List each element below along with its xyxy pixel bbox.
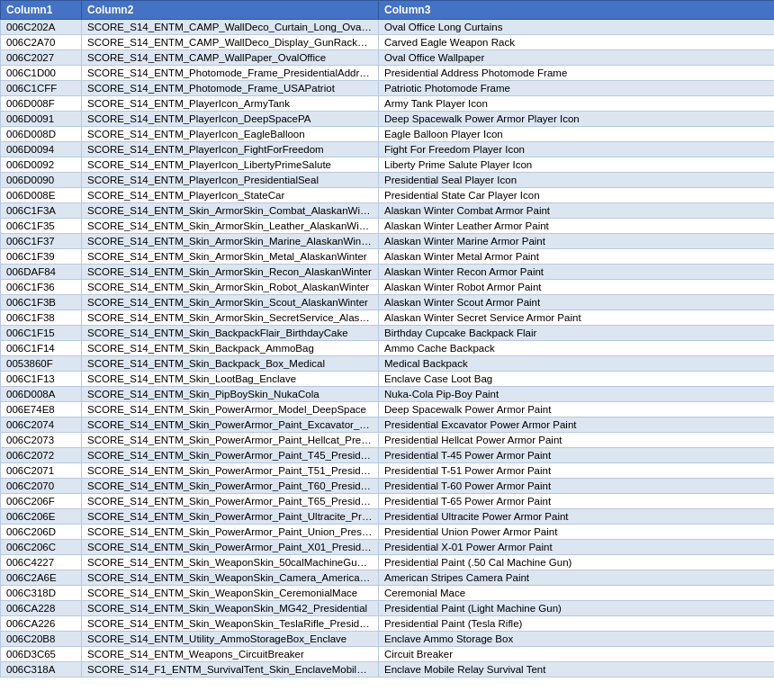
- table-row[interactable]: 006C202ASCORE_S14_ENTM_CAMP_WallDeco_Cur…: [1, 20, 775, 35]
- table-cell-25-0: 006E74E8: [1, 402, 82, 417]
- table-cell-17-2: Alaskan Winter Robot Armor Paint: [379, 280, 775, 295]
- table-row[interactable]: 006C206CSCORE_S14_ENTM_Skin_PowerArmor_P…: [1, 540, 775, 555]
- table-row[interactable]: 006C20B8SCORE_S14_ENTM_Utility_AmmoStora…: [1, 632, 775, 647]
- table-cell-24-0: 006D008A: [1, 387, 82, 402]
- table-cell-38-1: SCORE_S14_ENTM_Skin_WeaponSkin_MG42_Pres…: [82, 601, 379, 616]
- table-cell-8-0: 006D0094: [1, 142, 82, 157]
- table-row[interactable]: 006C2071SCORE_S14_ENTM_Skin_PowerArmor_P…: [1, 463, 775, 479]
- table-row[interactable]: 006C1F3BSCORE_S14_ENTM_Skin_ArmorSkin_Sc…: [1, 295, 775, 310]
- table-row[interactable]: 006C1F38SCORE_S14_ENTM_Skin_ArmorSkin_Se…: [1, 310, 775, 326]
- table-row[interactable]: 006D0090SCORE_S14_ENTM_PlayerIcon_Presid…: [1, 173, 775, 188]
- table-cell-11-1: SCORE_S14_ENTM_PlayerIcon_StateCar: [82, 188, 379, 203]
- table-row[interactable]: 006C318DSCORE_S14_ENTM_Skin_WeaponSkin_C…: [1, 586, 775, 601]
- table-cell-30-1: SCORE_S14_ENTM_Skin_PowerArmor_Paint_T60…: [82, 479, 379, 494]
- table-row[interactable]: 006C1F36SCORE_S14_ENTM_Skin_ArmorSkin_Ro…: [1, 280, 775, 295]
- table-cell-19-0: 006C1F38: [1, 310, 82, 326]
- table-row[interactable]: 006C2070SCORE_S14_ENTM_Skin_PowerArmor_P…: [1, 479, 775, 494]
- table-cell-34-2: Presidential X-01 Power Armor Paint: [379, 540, 775, 555]
- table-row[interactable]: 006C1F14SCORE_S14_ENTM_Skin_Backpack_Amm…: [1, 341, 775, 356]
- table-cell-22-1: SCORE_S14_ENTM_Skin_Backpack_Box_Medical: [82, 356, 379, 372]
- table-cell-31-2: Presidential T-65 Power Armor Paint: [379, 494, 775, 509]
- table-cell-41-2: Circuit Breaker: [379, 647, 775, 662]
- table-cell-34-1: SCORE_S14_ENTM_Skin_PowerArmor_Paint_X01…: [82, 540, 379, 555]
- table-row[interactable]: 006C2A70SCORE_S14_ENTM_CAMP_WallDeco_Dis…: [1, 35, 775, 50]
- table-row[interactable]: 006C206DSCORE_S14_ENTM_Skin_PowerArmor_P…: [1, 525, 775, 540]
- table-cell-41-0: 006D3C65: [1, 647, 82, 662]
- table-row[interactable]: 006C1F37SCORE_S14_ENTM_Skin_ArmorSkin_Ma…: [1, 234, 775, 249]
- table-cell-6-1: SCORE_S14_ENTM_PlayerIcon_DeepSpacePA: [82, 112, 379, 127]
- table-body: 006C202ASCORE_S14_ENTM_CAMP_WallDeco_Cur…: [1, 20, 775, 678]
- table-cell-30-0: 006C2070: [1, 479, 82, 494]
- table-cell-13-0: 006C1F35: [1, 219, 82, 234]
- table-cell-26-1: SCORE_S14_ENTM_Skin_PowerArmor_Paint_Exc…: [82, 417, 379, 433]
- table-cell-21-2: Ammo Cache Backpack: [379, 341, 775, 356]
- data-table: Column1 Column2 Column3 006C202ASCORE_S1…: [0, 0, 774, 678]
- table-row[interactable]: 006C206ESCORE_S14_ENTM_Skin_PowerArmor_P…: [1, 509, 775, 525]
- table-cell-0-2: Oval Office Long Curtains: [379, 20, 775, 35]
- table-row[interactable]: 006DAF84SCORE_S14_ENTM_Skin_ArmorSkin_Re…: [1, 265, 775, 280]
- table-row[interactable]: 006C2074SCORE_S14_ENTM_Skin_PowerArmor_P…: [1, 417, 775, 433]
- table-cell-11-2: Presidential State Car Player Icon: [379, 188, 775, 203]
- table-row[interactable]: 006C1F15SCORE_S14_ENTM_Skin_BackpackFlai…: [1, 326, 775, 341]
- table-cell-0-0: 006C202A: [1, 20, 82, 35]
- table-row[interactable]: 006C1CFFSCORE_S14_ENTM_Photomode_Frame_U…: [1, 81, 775, 96]
- table-cell-1-0: 006C2A70: [1, 35, 82, 50]
- table-cell-36-2: American Stripes Camera Paint: [379, 570, 775, 586]
- table-row[interactable]: 006C206FSCORE_S14_ENTM_Skin_PowerArmor_P…: [1, 494, 775, 509]
- table-row[interactable]: 006E74E8SCORE_S14_ENTM_Skin_PowerArmor_M…: [1, 402, 775, 417]
- table-row[interactable]: 006C2A6ESCORE_S14_ENTM_Skin_WeaponSkin_C…: [1, 570, 775, 586]
- table-row[interactable]: 006C4227SCORE_S14_ENTM_Skin_WeaponSkin_5…: [1, 555, 775, 570]
- table-cell-32-2: Presidential Ultracite Power Armor Paint: [379, 509, 775, 525]
- table-cell-20-2: Birthday Cupcake Backpack Flair: [379, 326, 775, 341]
- table-cell-39-1: SCORE_S14_ENTM_Skin_WeaponSkin_TeslaRifl…: [82, 616, 379, 632]
- table-row[interactable]: 006C1F13SCORE_S14_ENTM_Skin_LootBag_Encl…: [1, 372, 775, 387]
- table-cell-20-1: SCORE_S14_ENTM_Skin_BackpackFlair_Birthd…: [82, 326, 379, 341]
- table-cell-28-1: SCORE_S14_ENTM_Skin_PowerArmor_Paint_T45…: [82, 448, 379, 463]
- table-row[interactable]: 006D008ESCORE_S14_ENTM_PlayerIcon_StateC…: [1, 188, 775, 203]
- table-row[interactable]: 006D0091SCORE_S14_ENTM_PlayerIcon_DeepSp…: [1, 112, 775, 127]
- table-cell-13-2: Alaskan Winter Leather Armor Paint: [379, 219, 775, 234]
- table-row[interactable]: 006C2073SCORE_S14_ENTM_Skin_PowerArmor_P…: [1, 433, 775, 448]
- table-cell-27-0: 006C2073: [1, 433, 82, 448]
- table-cell-21-0: 006C1F14: [1, 341, 82, 356]
- table-row[interactable]: 006C2072SCORE_S14_ENTM_Skin_PowerArmor_P…: [1, 448, 775, 463]
- table-cell-19-2: Alaskan Winter Secret Service Armor Pain…: [379, 310, 775, 326]
- table-cell-1-2: Carved Eagle Weapon Rack: [379, 35, 775, 50]
- table-cell-3-1: SCORE_S14_ENTM_Photomode_Frame_President…: [82, 66, 379, 81]
- table-row[interactable]: 006CA228SCORE_S14_ENTM_Skin_WeaponSkin_M…: [1, 601, 775, 616]
- table-cell-37-2: Ceremonial Mace: [379, 586, 775, 601]
- table-row[interactable]: 006C1F3ASCORE_S14_ENTM_Skin_ArmorSkin_Co…: [1, 203, 775, 219]
- main-table-container: Column1 Column2 Column3 006C202ASCORE_S1…: [0, 0, 774, 678]
- table-cell-2-0: 006C2027: [1, 50, 82, 66]
- table-cell-7-1: SCORE_S14_ENTM_PlayerIcon_EagleBalloon: [82, 127, 379, 142]
- table-cell-16-0: 006DAF84: [1, 265, 82, 280]
- table-cell-29-1: SCORE_S14_ENTM_Skin_PowerArmor_Paint_T51…: [82, 463, 379, 479]
- table-row[interactable]: 006D008ASCORE_S14_ENTM_Skin_PipBoySkin_N…: [1, 387, 775, 402]
- table-cell-32-1: SCORE_S14_ENTM_Skin_PowerArmor_Paint_Ult…: [82, 509, 379, 525]
- table-cell-3-2: Presidential Address Photomode Frame: [379, 66, 775, 81]
- table-row[interactable]: 006C318ASCORE_S14_F1_ENTM_SurvivalTent_S…: [1, 662, 775, 678]
- table-row[interactable]: 0053860FSCORE_S14_ENTM_Skin_Backpack_Box…: [1, 356, 775, 372]
- table-cell-16-1: SCORE_S14_ENTM_Skin_ArmorSkin_Recon_Alas…: [82, 265, 379, 280]
- table-row[interactable]: 006D0092SCORE_S14_ENTM_PlayerIcon_Libert…: [1, 157, 775, 173]
- table-row[interactable]: 006C1F35SCORE_S14_ENTM_Skin_ArmorSkin_Le…: [1, 219, 775, 234]
- table-cell-19-1: SCORE_S14_ENTM_Skin_ArmorSkin_SecretServ…: [82, 310, 379, 326]
- table-cell-7-0: 006D008D: [1, 127, 82, 142]
- table-row[interactable]: 006C1D00SCORE_S14_ENTM_Photomode_Frame_P…: [1, 66, 775, 81]
- col-header-1: Column1: [1, 1, 82, 20]
- table-cell-15-2: Alaskan Winter Metal Armor Paint: [379, 249, 775, 265]
- table-cell-7-2: Eagle Balloon Player Icon: [379, 127, 775, 142]
- table-cell-17-1: SCORE_S14_ENTM_Skin_ArmorSkin_Robot_Alas…: [82, 280, 379, 295]
- table-cell-40-2: Enclave Ammo Storage Box: [379, 632, 775, 647]
- table-cell-4-1: SCORE_S14_ENTM_Photomode_Frame_USAPatrio…: [82, 81, 379, 96]
- table-row[interactable]: 006D0094SCORE_S14_ENTM_PlayerIcon_FightF…: [1, 142, 775, 157]
- table-cell-28-2: Presidential T-45 Power Armor Paint: [379, 448, 775, 463]
- table-row[interactable]: 006D008FSCORE_S14_ENTM_PlayerIcon_ArmyTa…: [1, 96, 775, 112]
- table-header-row: Column1 Column2 Column3: [1, 1, 775, 20]
- table-cell-4-2: Patriotic Photomode Frame: [379, 81, 775, 96]
- table-row[interactable]: 006D008DSCORE_S14_ENTM_PlayerIcon_EagleB…: [1, 127, 775, 142]
- table-row[interactable]: 006C1F39SCORE_S14_ENTM_Skin_ArmorSkin_Me…: [1, 249, 775, 265]
- table-row[interactable]: 006D3C65SCORE_S14_ENTM_Weapons_CircuitBr…: [1, 647, 775, 662]
- table-row[interactable]: 006CA226SCORE_S14_ENTM_Skin_WeaponSkin_T…: [1, 616, 775, 632]
- table-row[interactable]: 006C2027SCORE_S14_ENTM_CAMP_WallPaper_Ov…: [1, 50, 775, 66]
